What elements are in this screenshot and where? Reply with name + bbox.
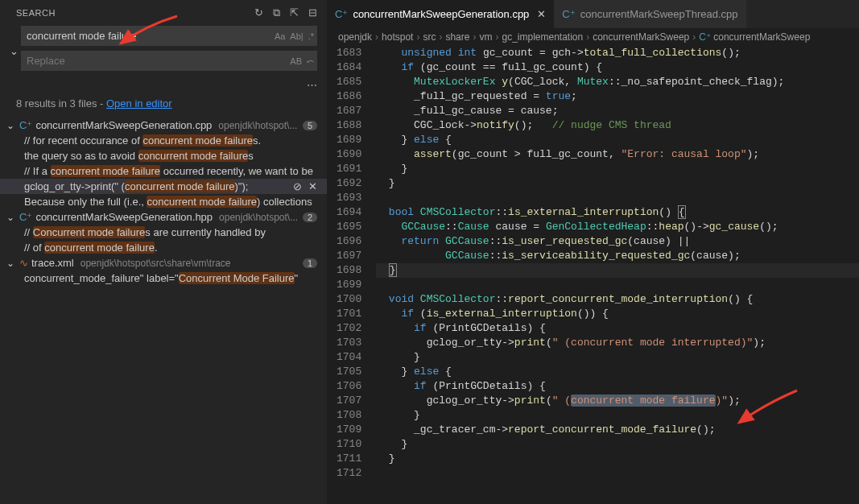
search-header-actions: ↻ ⧉ ⇱ ⊟ [254, 6, 317, 19]
file-node[interactable]: ⌄ ∿ trace.xml openjdk\hotspot\src\share\… [0, 255, 327, 271]
cpp-file-icon: C⁺ [19, 119, 32, 131]
tab-label: concurrentMarkSweepThread.cpp [580, 8, 738, 20]
rss-file-icon: ∿ [19, 257, 28, 269]
open-in-editor-link[interactable]: Open in editor [106, 97, 172, 109]
file-name: concurrentMarkSweepGeneration.cpp [35, 119, 212, 131]
cpp-file-icon: C⁺ [335, 8, 348, 20]
cpp-file-icon: C⁺ [562, 8, 575, 20]
tab-label: concurrentMarkSweepGeneration.cpp [353, 8, 529, 20]
collapse-all-icon[interactable]: ⊟ [308, 6, 317, 19]
breadcrumb-item[interactable]: openjdk [338, 31, 372, 43]
gutter: 1683168416851686168716881689169016911692… [327, 46, 376, 504]
search-sidebar: SEARCH ↻ ⧉ ⇱ ⊟ ⌄ Aa Ab| .* AB ⤺ [0, 0, 327, 504]
replace-all-icon[interactable]: ⤺ [307, 56, 314, 66]
editor-tab[interactable]: C⁺concurrentMarkSweepThread.cpp [554, 0, 745, 28]
match-line[interactable]: // If a concurrent mode failure occurred… [0, 163, 327, 179]
file-node[interactable]: ⌄ C⁺ concurrentMarkSweepGeneration.cpp o… [0, 118, 327, 133]
file-name: concurrentMarkSweepGeneration.hpp [35, 211, 213, 223]
replace-input[interactable] [21, 51, 317, 71]
results-summary: 8 results in 3 files - Open in editor [0, 91, 327, 118]
file-path: openjdk\hotspot\src\share\vm\trace [81, 258, 299, 269]
search-body: ⌄ Aa Ab| .* AB ⤺ [0, 23, 327, 79]
match-line[interactable]: concurrent_mode_failure" label="Concurre… [0, 271, 327, 286]
refresh-icon[interactable]: ↻ [254, 6, 263, 19]
match-count-badge: 1 [303, 258, 317, 268]
code-editor[interactable]: 1683168416851686168716881689169016911692… [327, 46, 859, 504]
breadcrumb-item[interactable]: vm [479, 31, 492, 43]
search-header: SEARCH ↻ ⧉ ⇱ ⊟ [0, 0, 327, 23]
toggle-details-icon[interactable]: ⋯ [307, 79, 317, 91]
match-line[interactable]: Because only the full (i.e., concurrent … [0, 194, 327, 209]
match-count-badge: 5 [303, 121, 317, 130]
cpp-file-icon: C⁺ [19, 211, 32, 223]
regex-icon[interactable]: .* [308, 31, 314, 41]
dismiss-icon[interactable]: ⊘ [293, 180, 302, 192]
file-path: openjdk\hotspot\... [219, 212, 299, 223]
breadcrumb-item[interactable]: share [445, 31, 469, 43]
new-file-icon[interactable]: ⇱ [290, 6, 299, 19]
breadcrumb-item[interactable]: src [423, 31, 436, 43]
chevron-down-icon: ⌄ [6, 120, 16, 131]
file-path: openjdk\hotspot\... [218, 120, 299, 131]
close-tab-icon[interactable]: ✕ [537, 8, 546, 20]
match-line[interactable]: gclog_or_tty->print(" (concurrent mode f… [0, 179, 327, 194]
close-icon[interactable]: ✕ [308, 180, 317, 192]
code-lines[interactable]: unsigned int gc_count = gch->total_full_… [376, 46, 859, 504]
results-tree[interactable]: ⌄ C⁺ concurrentMarkSweepGeneration.cpp o… [0, 118, 327, 504]
chevron-down-icon: ⌄ [6, 258, 16, 269]
breadcrumb-item[interactable]: concurrentMarkSweep [593, 31, 689, 43]
editor-tab[interactable]: C⁺concurrentMarkSweepGeneration.cpp✕ [327, 0, 554, 28]
match-count-badge: 2 [303, 213, 317, 222]
match-line[interactable]: the query so as to avoid concurrent mode… [0, 148, 327, 163]
clear-icon[interactable]: ⧉ [273, 6, 280, 19]
match-case-icon[interactable]: Aa [275, 31, 285, 41]
editor-tabs: C⁺concurrentMarkSweepGeneration.cpp✕C⁺co… [327, 0, 859, 28]
match-line[interactable]: // Concurrent mode failures are currentl… [0, 225, 327, 240]
preserve-case-icon[interactable]: AB [290, 56, 302, 66]
breadcrumb-item[interactable]: gc_implementation [502, 31, 583, 43]
chevron-down-icon: ⌄ [6, 212, 16, 223]
match-line[interactable]: // for recent occurance of concurrent mo… [0, 133, 327, 148]
file-name: trace.xml [31, 257, 74, 269]
match-word-icon[interactable]: Ab| [290, 31, 303, 41]
search-title: SEARCH [16, 8, 254, 18]
breadcrumb[interactable]: openjdk›hotspot›src›share›vm›gc_implemen… [327, 28, 859, 46]
search-input[interactable] [21, 26, 317, 46]
toggle-replace-icon[interactable]: ⌄ [6, 26, 21, 76]
breadcrumb-item[interactable]: hotspot [382, 31, 413, 43]
breadcrumb-item[interactable]: C⁺ concurrentMarkSweep [699, 31, 810, 43]
editor-area: C⁺concurrentMarkSweepGeneration.cpp✕C⁺co… [327, 0, 859, 504]
match-line[interactable]: // of concurrent mode failure. [0, 240, 327, 255]
file-node[interactable]: ⌄ C⁺ concurrentMarkSweepGeneration.hpp o… [0, 209, 327, 225]
